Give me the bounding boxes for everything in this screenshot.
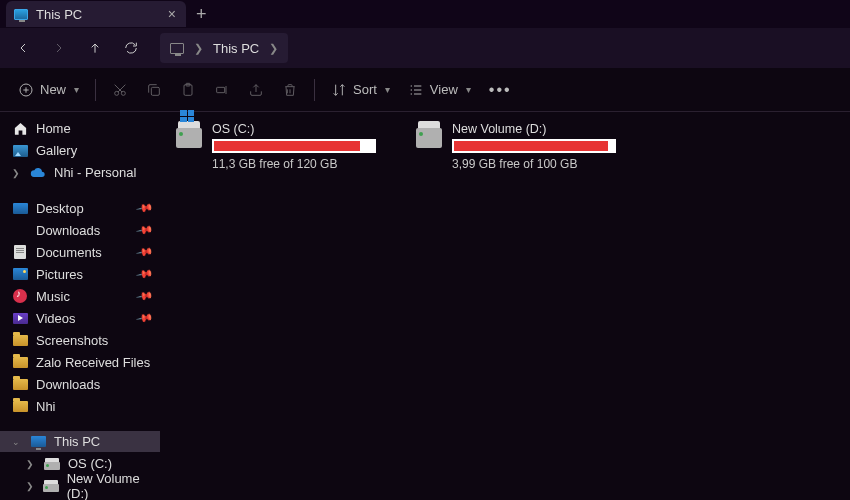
back-button[interactable] [6, 31, 40, 65]
gallery-icon [12, 144, 28, 158]
sidebar-label: OS (C:) [68, 456, 112, 471]
sidebar-item-videos[interactable]: Videos 📌 [0, 307, 160, 329]
pin-icon: 📌 [136, 243, 155, 262]
sidebar-item-zalo-received-files[interactable]: Zalo Received Files [0, 351, 160, 373]
sidebar-label: Desktop [36, 201, 84, 216]
separator [314, 79, 315, 101]
folder-icon [12, 333, 28, 347]
copy-button[interactable] [138, 75, 170, 105]
sort-button[interactable]: Sort ▾ [323, 75, 398, 105]
refresh-button[interactable] [114, 31, 148, 65]
sidebar-item-gallery[interactable]: Gallery [0, 140, 160, 161]
sidebar-item-music[interactable]: Music 📌 [0, 285, 160, 307]
sidebar-label: Home [36, 121, 71, 136]
more-icon: ••• [489, 81, 512, 99]
collapse-icon[interactable]: ⌄ [12, 437, 22, 447]
drive-name: New Volume (D:) [452, 122, 616, 136]
close-tab-icon[interactable]: × [168, 7, 176, 21]
paste-button[interactable] [172, 75, 204, 105]
chevron-down-icon: ▾ [385, 84, 390, 95]
usage-bar [212, 139, 376, 153]
content-area: OS (C:) 11,3 GB free of 120 GB New Volum… [160, 112, 850, 500]
sidebar-item-home[interactable]: Home [0, 118, 160, 139]
sidebar-label: New Volume (D:) [67, 471, 152, 500]
drive-icon [44, 457, 60, 471]
download-icon [12, 223, 28, 237]
music-icon [12, 289, 28, 303]
chevron-right-icon: ❯ [194, 42, 203, 55]
pin-icon: 📌 [136, 265, 155, 284]
svg-rect-3 [151, 87, 159, 95]
address-text: This PC [213, 41, 259, 56]
sidebar-item-this-pc[interactable]: ⌄ This PC [0, 431, 160, 452]
home-icon [12, 122, 28, 136]
chevron-down-icon: ▾ [74, 84, 79, 95]
new-tab-button[interactable]: + [196, 5, 207, 23]
sidebar-item-desktop[interactable]: Desktop 📌 [0, 197, 160, 219]
address-bar[interactable]: ❯ This PC ❯ [160, 33, 288, 63]
nav-bar: ❯ This PC ❯ [0, 28, 850, 68]
view-button[interactable]: View ▾ [400, 75, 479, 105]
overflow-button[interactable]: ••• [481, 75, 520, 105]
pin-icon: 📌 [136, 309, 155, 328]
sidebar-item-screenshots[interactable]: Screenshots [0, 329, 160, 351]
sidebar-item-pictures[interactable]: Pictures 📌 [0, 263, 160, 285]
cloud-icon [30, 166, 46, 180]
usage-bar [452, 139, 616, 153]
drive-name: OS (C:) [212, 122, 376, 136]
sidebar-item-onedrive[interactable]: ❯ Nhi - Personal [0, 162, 160, 183]
command-bar: New ▾ Sort ▾ View ▾ ••• [0, 68, 850, 112]
folder-icon [12, 399, 28, 413]
drive-item[interactable]: New Volume (D:) 3,99 GB free of 100 GB [416, 122, 616, 171]
chevron-down-icon: ▾ [466, 84, 471, 95]
picture-icon [12, 267, 28, 281]
sidebar-label: Music [36, 289, 70, 304]
folder-icon [12, 355, 28, 369]
tab-title: This PC [36, 7, 82, 22]
new-label: New [40, 82, 66, 97]
drive-icon [43, 479, 59, 493]
sidebar-item-drive[interactable]: ❯ New Volume (D:) [0, 475, 160, 497]
drive-item[interactable]: OS (C:) 11,3 GB free of 120 GB [176, 122, 376, 171]
this-pc-icon [30, 435, 46, 449]
sidebar-item-downloads[interactable]: Downloads 📌 [0, 219, 160, 241]
drive-free-text: 11,3 GB free of 120 GB [212, 157, 376, 171]
up-button[interactable] [78, 31, 112, 65]
drive-free-text: 3,99 GB free of 100 GB [452, 157, 616, 171]
sidebar-label: Zalo Received Files [36, 355, 150, 370]
sidebar-label: Downloads [36, 377, 100, 392]
pin-icon: 📌 [136, 199, 155, 218]
browser-tab[interactable]: This PC × [6, 1, 186, 27]
expand-icon[interactable]: ❯ [26, 481, 35, 491]
folder-icon [12, 377, 28, 391]
sidebar-item-downloads[interactable]: Downloads [0, 373, 160, 395]
expand-icon[interactable]: ❯ [26, 459, 36, 469]
cut-button[interactable] [104, 75, 136, 105]
drive-icon [416, 128, 442, 148]
sort-label: Sort [353, 82, 377, 97]
pin-icon: 📌 [136, 287, 155, 306]
document-icon [12, 245, 28, 259]
nav-pane: Home Gallery ❯ Nhi - Personal Desktop 📌 … [0, 112, 160, 500]
delete-button[interactable] [274, 75, 306, 105]
sidebar-item-documents[interactable]: Documents 📌 [0, 241, 160, 263]
location-icon [170, 43, 184, 54]
expand-icon[interactable]: ❯ [12, 168, 22, 178]
view-label: View [430, 82, 458, 97]
separator [95, 79, 96, 101]
sidebar-item-nhi[interactable]: Nhi [0, 395, 160, 417]
forward-button[interactable] [42, 31, 76, 65]
pin-icon: 📌 [136, 221, 155, 240]
sidebar-label: Nhi - Personal [54, 165, 136, 180]
share-button[interactable] [240, 75, 272, 105]
sidebar-label: Screenshots [36, 333, 108, 348]
sidebar-label: Pictures [36, 267, 83, 282]
sidebar-label: Downloads [36, 223, 100, 238]
sidebar-label: Documents [36, 245, 102, 260]
tab-bar: This PC × + [0, 0, 850, 28]
sidebar-label: This PC [54, 434, 100, 449]
sidebar-label: Gallery [36, 143, 77, 158]
new-button[interactable]: New ▾ [10, 75, 87, 105]
rename-button[interactable] [206, 75, 238, 105]
drive-icon [176, 128, 202, 148]
